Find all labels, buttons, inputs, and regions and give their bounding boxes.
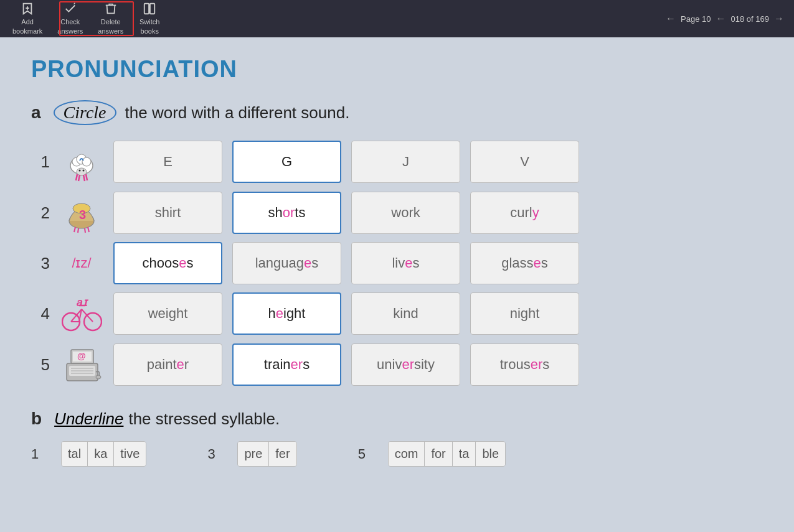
row-icon-5: @	[60, 343, 103, 386]
word-cell-4-night[interactable]: night	[470, 292, 579, 335]
word-cell-1-V[interactable]: V	[470, 141, 579, 183]
word-cell-3-glasses[interactable]: glasses	[470, 242, 579, 284]
row-number-2: 2	[31, 203, 50, 223]
syllable-pre[interactable]: pre	[238, 442, 269, 466]
exercise-row-3: 3 /ɪz/ chooses languages lives glasses	[31, 242, 763, 284]
word-cell-3-languages[interactable]: languages	[232, 242, 341, 284]
exercise-grid: 1	[31, 140, 763, 386]
exercise-row-2: 2 3 shirt shorts work curl	[31, 191, 763, 235]
row-number-5: 5	[31, 355, 50, 375]
svg-point-9	[77, 168, 87, 175]
prev-page-button[interactable]: ←	[666, 13, 676, 24]
page-title: PRONUNCIATION	[31, 56, 763, 83]
svg-line-13	[78, 175, 80, 181]
svg-line-12	[76, 174, 77, 180]
section-b-instruction-text: the stressed syllable.	[128, 409, 280, 429]
word-cell-5-trousers[interactable]: trousers	[470, 343, 579, 386]
svg-rect-3	[144, 4, 149, 14]
svg-line-22	[88, 227, 89, 232]
svg-line-15	[86, 174, 87, 180]
svg-line-19	[74, 227, 75, 232]
switch-books-button[interactable]: Switch books	[131, 0, 168, 39]
check-answers-label: Check answers	[57, 17, 83, 35]
page-label: Page 10	[681, 14, 711, 24]
syllable-ta[interactable]: ta	[453, 442, 476, 466]
row-icon-4: aɪ	[60, 292, 103, 335]
add-bookmark-label: Add bookmark	[12, 17, 42, 35]
word-cell-4-weight[interactable]: weight	[113, 292, 222, 335]
syllable-group-3[interactable]: pre fer	[237, 441, 296, 467]
svg-point-11	[83, 169, 85, 171]
word-cell-5-university[interactable]: university	[351, 343, 460, 386]
word-cell-4-height[interactable]: height	[232, 292, 341, 335]
svg-point-10	[79, 169, 81, 171]
section-a-label: a	[31, 103, 41, 123]
svg-rect-4	[150, 4, 154, 14]
delete-answers-button[interactable]: Delete answers	[90, 0, 131, 39]
svg-text:aɪ: aɪ	[77, 296, 88, 309]
row-icon-1	[60, 140, 103, 184]
word-cell-2-curly[interactable]: curly	[470, 192, 579, 234]
switch-books-label: Switch books	[139, 17, 159, 35]
section-a-instruction-row: a Circle the word with a different sound…	[31, 100, 763, 125]
syllable-group-5[interactable]: com for ta ble	[388, 441, 506, 467]
word-cell-4-kind[interactable]: kind	[351, 292, 460, 335]
main-content: PRONUNCIATION a Circle the word with a d…	[0, 37, 794, 532]
svg-line-20	[78, 228, 78, 233]
forward-page-button[interactable]: →	[774, 13, 784, 24]
row-number-1: 1	[31, 152, 50, 172]
syllable-group-1[interactable]: tal ka tive	[61, 441, 146, 467]
svg-text:@: @	[77, 351, 86, 361]
syllable-com[interactable]: com	[389, 442, 425, 466]
word-cell-5-trainers[interactable]: trainers	[232, 343, 341, 386]
row-phonetic-3: /ɪz/	[60, 255, 103, 271]
svg-line-21	[85, 228, 85, 233]
syllable-ble[interactable]: ble	[476, 442, 505, 466]
svg-line-2	[73, 3, 75, 4]
svg-text:3: 3	[79, 208, 86, 222]
syllable-fer[interactable]: fer	[269, 442, 296, 466]
syllable-tive[interactable]: tive	[114, 442, 146, 466]
syllable-number-1: 1	[31, 446, 50, 462]
row-icon-2: 3	[60, 191, 103, 235]
exercise-row-4: 4 aɪ weight height kind night	[31, 292, 763, 335]
section-b-row: 1 tal ka tive 3 pre fer 5 com for ta ble	[31, 441, 763, 467]
add-bookmark-button[interactable]: Add bookmark	[5, 0, 50, 39]
delete-answers-label: Delete answers	[98, 17, 123, 35]
toolbar: Add bookmark Check answers Delete answer…	[0, 0, 794, 37]
syllable-tal[interactable]: tal	[62, 442, 88, 466]
row-number-4: 4	[31, 304, 50, 324]
next-page-button[interactable]: ←	[716, 13, 726, 24]
word-cell-2-work[interactable]: work	[351, 192, 460, 234]
underline-word: Underline	[54, 409, 123, 429]
svg-point-39	[96, 375, 101, 379]
word-cell-1-J[interactable]: J	[351, 141, 460, 183]
exercise-row-1: 1	[31, 140, 763, 184]
row-number-3: 3	[31, 254, 50, 273]
svg-line-26	[82, 309, 93, 322]
page-navigation: ← Page 10 ← 018 of 169 →	[666, 0, 784, 37]
word-cell-3-chooses[interactable]: chooses	[113, 242, 222, 284]
section-a-instruction-text: the word with a different sound.	[125, 103, 350, 123]
exercise-row-5: 5 @	[31, 343, 763, 386]
section-b-instruction-row: b Underline the stressed syllable.	[31, 409, 763, 429]
syllable-for[interactable]: for	[425, 442, 452, 466]
svg-point-8	[82, 157, 91, 166]
word-cell-1-G[interactable]: G	[232, 141, 341, 183]
word-cell-2-shirt[interactable]: shirt	[113, 192, 222, 234]
svg-line-14	[83, 175, 85, 181]
syllable-ka[interactable]: ka	[88, 442, 114, 466]
syllable-number-3: 3	[207, 446, 226, 462]
word-cell-3-lives[interactable]: lives	[351, 242, 460, 284]
page-counter: 018 of 169	[731, 14, 769, 24]
check-answers-button[interactable]: Check answers	[50, 0, 90, 39]
circle-word: Circle	[54, 100, 116, 125]
word-cell-5-painter[interactable]: painter	[113, 343, 222, 386]
word-cell-1-E[interactable]: E	[113, 141, 222, 183]
word-cell-2-shorts[interactable]: shorts	[232, 192, 341, 234]
syllable-number-5: 5	[358, 446, 377, 462]
section-b-label: b	[31, 409, 42, 429]
